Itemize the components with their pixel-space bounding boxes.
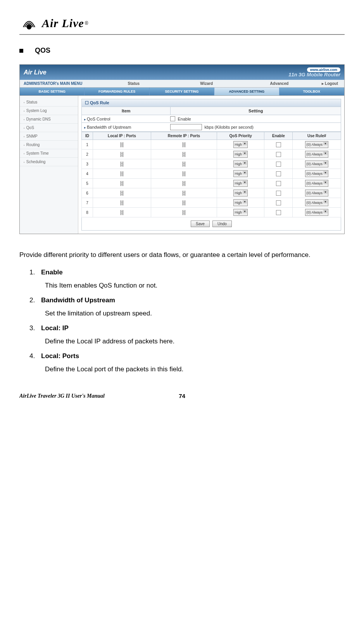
local-ip-input[interactable] [121,210,121,215]
tab-toolbox[interactable]: TOOLBOX [279,88,344,95]
ss-header-right: www.airlive.com 11n 3G Mobile Router [288,67,340,78]
priority-select[interactable]: High [233,199,248,206]
tab-security[interactable]: SECURITY SETTING [150,88,214,95]
row-enable-checkbox[interactable] [276,152,281,157]
sidebar-item-qos[interactable]: QoS [20,124,78,132]
tab-basic[interactable]: BASIC SETTING [20,88,85,95]
save-button[interactable]: Save [191,221,210,227]
enable-label: Enable [178,117,191,121]
priority-select[interactable]: High [233,209,248,216]
ss-sidebar: Status System Log Dynamic DNS QoS SNMP R… [20,96,78,234]
local-ip-input[interactable] [121,152,121,157]
remote-cell: : [151,188,217,198]
rule-select[interactable]: (0) Always [305,170,328,177]
table-row: 8 : : High(0) Always [82,208,341,217]
remote-port-input[interactable] [185,191,185,196]
remote-ip-input[interactable] [183,171,183,176]
row-enable-checkbox[interactable] [276,210,281,215]
bandwidth-input[interactable] [170,124,202,130]
rule-select[interactable]: (0) Always [305,141,328,148]
remote-ip-input[interactable] [183,152,183,157]
table-row: 5 : : High(0) Always [82,179,341,188]
priority-select[interactable]: High [233,170,248,177]
remote-ip-input[interactable] [183,142,183,147]
description: Provide different priority to different … [19,250,345,261]
local-port-input[interactable] [122,191,123,196]
row-id: 5 [82,179,93,188]
sidebar-item-scheduling[interactable]: Scheduling [20,158,78,166]
item-number: 4. [29,352,41,360]
ss-menu-advanced[interactable]: Advanced [243,80,316,87]
section-title: QOS [35,47,50,55]
remote-port-input[interactable] [185,200,185,205]
rule-select[interactable]: (0) Always [305,199,328,206]
local-port-input[interactable] [122,200,123,205]
rule-select[interactable]: (0) Always [305,190,328,196]
remote-ip-input[interactable] [183,181,183,186]
panel-title: ☐ QoS Rule [81,99,341,107]
rule-select[interactable]: (0) Always [305,180,328,187]
local-port-input[interactable] [122,210,123,215]
local-ip-input[interactable] [121,181,121,186]
row-enable-checkbox[interactable] [276,162,281,167]
remote-port-input[interactable] [185,171,185,176]
remote-ip-input[interactable] [183,200,183,205]
enable-checkbox[interactable] [170,116,175,121]
remote-ip-input[interactable] [183,210,183,215]
row-enable-checkbox[interactable] [276,191,281,196]
priority-select[interactable]: High [233,180,248,187]
row-id: 6 [82,188,93,198]
priority-select[interactable]: High [233,151,248,158]
remote-ip-input[interactable] [183,191,183,196]
remote-port-input[interactable] [185,152,185,157]
remote-ip-input[interactable] [183,162,183,167]
undo-button[interactable]: Undo [212,221,232,227]
row-enable-checkbox[interactable] [276,142,281,147]
tab-forwarding[interactable]: FORWARDING RULES [85,88,149,95]
remote-port-input[interactable] [185,181,185,186]
local-cell: : [93,140,151,150]
row-enable-checkbox[interactable] [276,181,281,186]
priority-select[interactable]: High [233,141,248,148]
local-port-input[interactable] [122,181,123,186]
row-enable-checkbox[interactable] [276,171,281,176]
remote-cell: : [151,198,217,208]
local-port-input[interactable] [122,162,123,167]
sidebar-item-ddns[interactable]: Dynamic DNS [20,115,78,124]
th-id: ID [82,132,93,140]
priority-select[interactable]: High [233,160,248,167]
rule-select[interactable]: (0) Always [305,151,328,158]
remote-port-input[interactable] [185,162,185,167]
sidebar-item-routing[interactable]: Routing [20,141,78,149]
local-ip-input[interactable] [121,142,121,147]
remote-cell: : [151,208,217,217]
ss-menu-logout[interactable]: ▸ Logout [316,80,344,87]
sidebar-item-systemlog[interactable]: System Log [20,107,78,115]
local-ip-input[interactable] [121,200,121,205]
sidebar-item-status[interactable]: Status [20,98,78,107]
ss-menu-status[interactable]: Status [97,80,170,87]
tab-advanced[interactable]: ADVANCED SETTING [214,88,279,95]
item-label: Bandwidth of Upstream [41,296,115,304]
local-port-input[interactable] [122,142,123,147]
local-ip-input[interactable] [121,162,121,167]
local-port-input[interactable] [122,171,123,176]
local-ip-input[interactable] [121,191,121,196]
logo-icon [19,16,39,31]
bandwidth-label: Bandwidth of Upstream [87,125,131,129]
rule-select[interactable]: (0) Always [305,209,328,216]
local-ip-input[interactable] [121,171,121,176]
local-port-input[interactable] [122,152,123,157]
th-priority: QoS Priority [217,132,264,140]
row-enable-checkbox[interactable] [276,200,281,205]
rule-select[interactable]: (0) Always [305,160,328,167]
ss-subtitle: 11n 3G Mobile Router [288,72,340,78]
remote-port-input[interactable] [185,142,185,147]
footer-page: 74 [179,393,185,399]
ss-menu-wizard[interactable]: Wizard [170,80,243,87]
remote-port-input[interactable] [185,210,185,215]
priority-select[interactable]: High [233,190,248,196]
table-row: 6 : : High(0) Always [82,188,341,198]
sidebar-item-snmp[interactable]: SNMP [20,132,78,141]
sidebar-item-systemtime[interactable]: System Time [20,149,78,158]
